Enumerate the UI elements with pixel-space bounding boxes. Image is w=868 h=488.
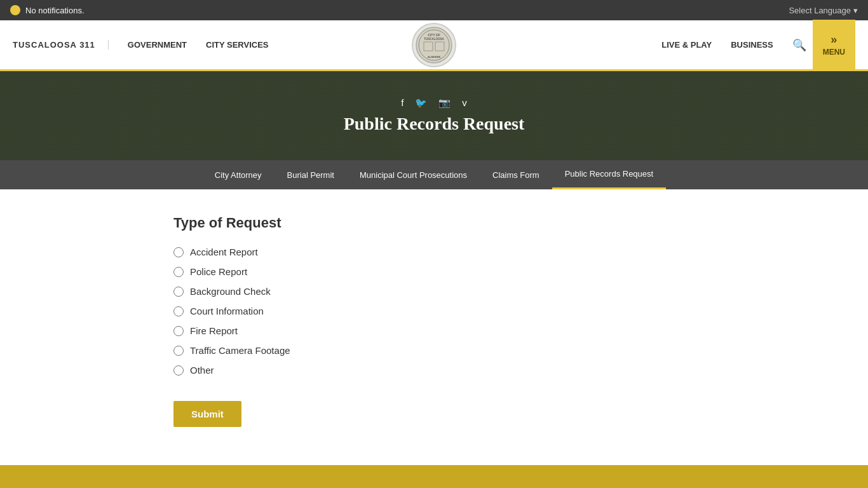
radio-traffic-camera-label: Traffic Camera Footage <box>190 345 290 356</box>
radio-background-check[interactable]: Background Check <box>173 286 695 297</box>
radio-court-information-label: Court Information <box>190 306 264 316</box>
menu-arrows-icon: » <box>831 33 837 46</box>
main-nav: TUSCALOOSA 311 GOVERNMENT CITY SERVICES … <box>0 20 868 71</box>
radio-other[interactable]: Other <box>173 365 695 376</box>
subnav-claims-form[interactable]: Claims Form <box>480 161 552 189</box>
notification-bar: No notifications. Select Language ▾ <box>0 0 868 20</box>
language-selector[interactable]: Select Language ▾ <box>789 6 858 15</box>
logo-svg: CITY OF TUSCALOOSA ALABAMA <box>415 26 453 64</box>
nav-left: TUSCALOOSA 311 GOVERNMENT CITY SERVICES <box>13 40 269 50</box>
radio-group: Accident Report Police Report Background… <box>173 247 695 376</box>
radio-traffic-camera[interactable]: Traffic Camera Footage <box>173 345 695 356</box>
hero-title: Public Records Request <box>344 114 525 134</box>
subnav-burial-permit[interactable]: Burial Permit <box>275 161 347 189</box>
brand-name[interactable]: TUSCALOOSA 311 <box>13 40 109 50</box>
notification-message: No notifications. <box>25 6 85 15</box>
content-area: Type of Request Accident Report Police R… <box>148 189 720 465</box>
search-button[interactable]: 🔍 <box>786 38 813 52</box>
hero-banner: f 🐦 📷 v Public Records Request <box>0 71 868 160</box>
chevron-down-icon: ▾ <box>853 6 858 15</box>
radio-court-information-input[interactable] <box>173 306 184 316</box>
site-logo[interactable]: CITY OF TUSCALOOSA ALABAMA <box>412 23 456 67</box>
form-title: Type of Request <box>173 215 695 231</box>
search-icon: 🔍 <box>792 39 806 51</box>
menu-button[interactable]: » MENU <box>813 20 855 71</box>
nav-right-links: LIVE & PLAY BUSINESS <box>661 40 773 50</box>
facebook-icon[interactable]: f <box>401 97 403 109</box>
sub-nav: City Attorney Burial Permit Municipal Co… <box>0 160 868 189</box>
radio-police-report[interactable]: Police Report <box>173 266 695 277</box>
radio-traffic-camera-input[interactable] <box>173 346 184 356</box>
radio-accident-report-label: Accident Report <box>190 247 258 257</box>
radio-fire-report-label: Fire Report <box>190 325 238 336</box>
radio-other-label: Other <box>190 365 214 376</box>
svg-text:TUSCALOOSA: TUSCALOOSA <box>424 37 444 41</box>
radio-background-check-input[interactable] <box>173 287 184 297</box>
social-icons: f 🐦 📷 v <box>401 97 467 109</box>
notification-dot <box>10 5 20 15</box>
radio-fire-report[interactable]: Fire Report <box>173 325 695 336</box>
subnav-municipal-court[interactable]: Municipal Court Prosecutions <box>347 161 480 189</box>
radio-accident-report[interactable]: Accident Report <box>173 247 695 257</box>
radio-police-report-label: Police Report <box>190 266 247 277</box>
nav-live-play[interactable]: LIVE & PLAY <box>661 40 712 50</box>
submit-button[interactable]: Submit <box>173 401 241 427</box>
footer: Tuscaloosa 311 Dial 311 within city limi… <box>0 465 868 488</box>
radio-background-check-label: Background Check <box>190 286 271 297</box>
radio-court-information[interactable]: Court Information <box>173 306 695 316</box>
nav-city-services[interactable]: CITY SERVICES <box>206 40 269 50</box>
radio-police-report-input[interactable] <box>173 267 184 277</box>
instagram-icon[interactable]: 📷 <box>438 97 451 109</box>
nav-business[interactable]: BUSINESS <box>731 40 773 50</box>
subnav-city-attorney[interactable]: City Attorney <box>202 161 275 189</box>
nav-links: GOVERNMENT CITY SERVICES <box>128 40 269 50</box>
radio-fire-report-input[interactable] <box>173 326 184 336</box>
menu-label: MENU <box>823 48 845 57</box>
notification-left: No notifications. <box>10 5 85 15</box>
twitter-icon[interactable]: 🐦 <box>415 97 427 109</box>
vimeo-icon[interactable]: v <box>462 97 467 109</box>
svg-text:ALABAMA: ALABAMA <box>428 55 440 58</box>
nav-government[interactable]: GOVERNMENT <box>128 40 187 50</box>
svg-text:CITY OF: CITY OF <box>428 33 440 37</box>
logo-circle: CITY OF TUSCALOOSA ALABAMA <box>412 23 456 67</box>
subnav-public-records[interactable]: Public Records Request <box>552 160 666 189</box>
radio-accident-report-input[interactable] <box>173 247 184 257</box>
radio-other-input[interactable] <box>173 365 184 376</box>
nav-right: LIVE & PLAY BUSINESS 🔍 » MENU <box>661 20 855 71</box>
